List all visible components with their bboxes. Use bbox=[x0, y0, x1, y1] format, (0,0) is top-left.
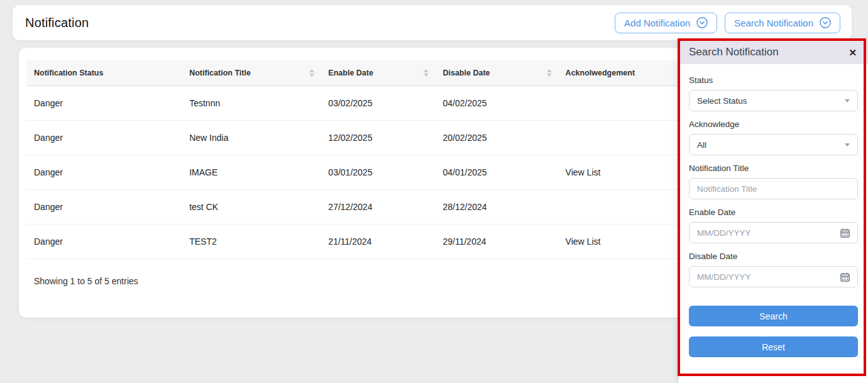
table-cell-enable-date: 03/02/2025 bbox=[321, 86, 435, 121]
table-cell-disable-date: 29/11/2024 bbox=[435, 225, 558, 259]
page-title: Notification bbox=[25, 16, 89, 30]
add-notification-button[interactable]: Add Notification bbox=[615, 13, 717, 33]
status-select-value: Select Status bbox=[697, 96, 747, 106]
column-label: Acknolwedgement bbox=[566, 69, 635, 77]
table-cell-enable-date: 12/02/2025 bbox=[321, 121, 435, 155]
table-cell-notification-status: Danger bbox=[26, 121, 182, 155]
acknowledge-select[interactable]: All bbox=[689, 134, 858, 155]
search-notification-panel: Search Notification ✕ Status Select Stat… bbox=[679, 40, 868, 383]
disable-date-field: Disable Date bbox=[689, 252, 858, 287]
search-notification-label: Search Notification bbox=[734, 18, 813, 28]
disable-date-input-wrap bbox=[689, 266, 858, 287]
table-cell-notification-title: test CK bbox=[182, 190, 321, 225]
disable-date-label: Disable Date bbox=[689, 252, 858, 261]
enable-date-input[interactable] bbox=[697, 228, 840, 238]
table-cell-enable-date: 27/12/2024 bbox=[321, 190, 435, 225]
table-cell-disable-date: 04/02/2025 bbox=[435, 86, 558, 121]
column-label: Notification Title bbox=[189, 69, 251, 77]
sort-icon bbox=[547, 69, 552, 77]
table-cell-notification-status: Danger bbox=[26, 155, 182, 190]
column-header-notification-title[interactable]: Notification Title bbox=[182, 60, 321, 86]
panel-header: Search Notification ✕ bbox=[679, 40, 868, 64]
column-label: Disable Date bbox=[442, 69, 490, 77]
calendar-icon[interactable] bbox=[840, 228, 850, 238]
notification-title-input[interactable] bbox=[697, 184, 850, 194]
add-notification-label: Add Notification bbox=[624, 18, 690, 28]
table-cell-notification-status: Danger bbox=[26, 190, 182, 225]
column-header-disable-date[interactable]: Disable Date bbox=[435, 60, 558, 86]
enable-date-input-wrap bbox=[689, 222, 858, 243]
search-button[interactable]: Search bbox=[689, 306, 858, 326]
table-cell-notification-status: Danger bbox=[26, 86, 182, 121]
panel-body: Status Select Status Acknowledge All Not… bbox=[679, 64, 868, 357]
table-cell-disable-date: 04/01/2025 bbox=[435, 155, 558, 190]
notification-title-input-wrap bbox=[689, 178, 858, 199]
table-cell-notification-title: Testnnn bbox=[182, 86, 321, 121]
status-field: Status Select Status bbox=[689, 75, 858, 111]
panel-title: Search Notification bbox=[689, 46, 779, 58]
chevron-down-icon bbox=[845, 143, 850, 147]
sort-icon bbox=[424, 69, 429, 77]
table-cell-notification-title: New India bbox=[182, 121, 321, 155]
sort-icon bbox=[309, 69, 314, 77]
chevron-down-icon bbox=[845, 99, 850, 103]
enable-date-field: Enable Date bbox=[689, 208, 858, 243]
status-select[interactable]: Select Status bbox=[689, 90, 858, 111]
table-cell-notification-status: Danger bbox=[26, 225, 182, 259]
page-header: Notification Add Notification Search Not… bbox=[13, 5, 852, 40]
chevron-down-circle-icon bbox=[696, 17, 708, 28]
column-header-enable-date[interactable]: Enable Date bbox=[321, 60, 435, 86]
notification-title-label: Notification Title bbox=[689, 164, 858, 173]
reset-button[interactable]: Reset bbox=[689, 336, 858, 357]
close-icon[interactable]: ✕ bbox=[849, 48, 857, 57]
acknowledge-select-value: All bbox=[697, 140, 706, 150]
header-actions: Add Notification Search Notification bbox=[615, 13, 840, 33]
chevron-down-circle-icon bbox=[820, 17, 831, 28]
disable-date-input[interactable] bbox=[697, 272, 840, 282]
acknowledge-label: Acknowledge bbox=[689, 119, 858, 129]
acknowledge-field: Acknowledge All bbox=[689, 119, 858, 155]
table-cell-disable-date: 20/02/2025 bbox=[435, 121, 558, 155]
column-label: Notification Status bbox=[34, 69, 103, 77]
notification-title-field: Notification Title bbox=[689, 164, 858, 199]
status-label: Status bbox=[689, 75, 858, 85]
table-cell-enable-date: 03/01/2025 bbox=[321, 155, 435, 190]
table-cell-notification-title: TEST2 bbox=[182, 225, 321, 259]
search-notification-button[interactable]: Search Notification bbox=[725, 13, 840, 33]
calendar-icon[interactable] bbox=[840, 272, 850, 282]
enable-date-label: Enable Date bbox=[689, 208, 858, 217]
table-cell-disable-date: 28/12/2024 bbox=[435, 190, 558, 225]
table-cell-enable-date: 21/11/2024 bbox=[321, 225, 435, 259]
table-cell-notification-title: IMAGE bbox=[182, 155, 321, 190]
column-header-notification-status: Notification Status bbox=[26, 60, 182, 86]
column-label: Enable Date bbox=[328, 69, 373, 77]
